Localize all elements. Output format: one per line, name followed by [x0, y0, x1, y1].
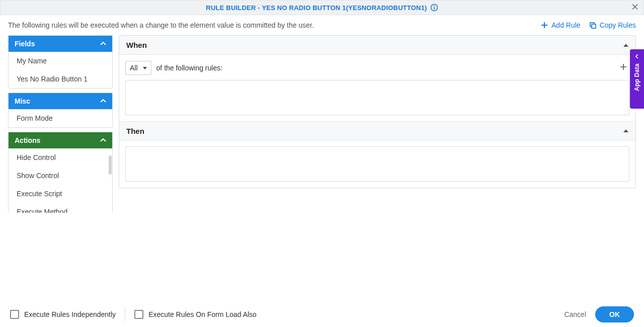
- chevron-up-icon: [100, 138, 106, 142]
- action-item-show[interactable]: Show Control: [9, 167, 112, 185]
- plus-icon: [540, 21, 548, 29]
- misc-header-label: Misc: [15, 97, 30, 105]
- when-header: When: [119, 36, 635, 55]
- svg-rect-2: [434, 7, 435, 10]
- action-item-script[interactable]: Execute Script: [9, 185, 112, 203]
- checkbox-icon: [10, 310, 19, 319]
- chevron-up-icon: [100, 99, 106, 103]
- then-body: [119, 140, 635, 188]
- cancel-button[interactable]: Cancel: [564, 310, 586, 318]
- then-header: Then: [119, 121, 635, 140]
- main-area: When All of the following rules: Then: [119, 35, 636, 188]
- add-rule-button[interactable]: Add Rule: [540, 21, 581, 29]
- ok-button[interactable]: OK: [595, 306, 634, 322]
- when-match-row: All of the following rules:: [125, 61, 629, 75]
- fields-header[interactable]: Fields: [9, 36, 112, 52]
- app-data-label: App Data: [633, 63, 640, 91]
- misc-body: Form Mode: [9, 109, 112, 127]
- add-rule-label: Add Rule: [551, 21, 581, 29]
- match-select-value: All: [130, 64, 138, 72]
- field-item-myname[interactable]: My Name: [9, 52, 112, 70]
- chk2-label: Execute Rules On Form Load Also: [148, 310, 257, 318]
- misc-panel: Misc Form Mode: [8, 93, 113, 128]
- fields-header-label: Fields: [15, 40, 35, 48]
- titlebar: RULE BUILDER - YES NO RADIO BUTTON 1(YES…: [0, 0, 644, 15]
- copy-icon: [589, 21, 597, 29]
- then-actions-box[interactable]: [125, 146, 629, 182]
- actions-header-label: Actions: [15, 136, 40, 144]
- field-item-yesno[interactable]: Yes No Radio Button 1: [9, 70, 112, 88]
- actions-panel: Actions Hide Control Show Control Execut…: [8, 132, 113, 213]
- chevron-down-icon: [143, 67, 147, 69]
- app-data-tab[interactable]: App Data: [630, 49, 644, 109]
- titlebar-title: RULE BUILDER - YES NO RADIO BUTTON 1(YES…: [206, 4, 427, 12]
- footer-actions: Cancel OK: [564, 306, 634, 322]
- plus-icon: [619, 63, 627, 71]
- actions-header[interactable]: Actions: [9, 132, 112, 148]
- scrollbar-thumb[interactable]: [109, 155, 112, 175]
- match-suffix-label: of the following rules:: [156, 64, 223, 72]
- sidebar: Fields My Name Yes No Radio Button 1 Mis…: [8, 35, 113, 217]
- titlebar-title-wrap: RULE BUILDER - YES NO RADIO BUTTON 1(YES…: [206, 4, 438, 12]
- collapse-icon[interactable]: [623, 129, 628, 132]
- chevron-up-icon: [100, 42, 106, 46]
- fields-body: My Name Yes No Radio Button 1: [9, 52, 112, 88]
- divider: [125, 307, 125, 321]
- misc-item-formmode[interactable]: Form Mode: [9, 109, 112, 127]
- toolbar-actions: Add Rule Copy Rules: [540, 21, 636, 29]
- then-title: Then: [126, 127, 144, 135]
- action-item-hide[interactable]: Hide Control: [9, 148, 112, 167]
- when-conditions-box[interactable]: [125, 80, 629, 115]
- checkbox-icon: [134, 310, 143, 319]
- execute-independently-checkbox[interactable]: Execute Rules Independently: [10, 310, 116, 319]
- svg-rect-4: [592, 24, 596, 28]
- toolbar: The following rules will be executed whe…: [0, 15, 644, 35]
- close-icon[interactable]: [631, 4, 638, 12]
- action-item-method[interactable]: Execute Method: [9, 203, 112, 213]
- fields-panel: Fields My Name Yes No Radio Button 1: [8, 35, 113, 89]
- match-select[interactable]: All: [125, 61, 151, 75]
- chevron-left-icon: [634, 53, 639, 60]
- toolbar-description: The following rules will be executed whe…: [8, 21, 314, 29]
- collapse-icon[interactable]: [623, 44, 628, 47]
- execute-on-load-checkbox[interactable]: Execute Rules On Form Load Also: [134, 310, 257, 319]
- actions-body[interactable]: Hide Control Show Control Execute Script…: [9, 148, 112, 213]
- misc-header[interactable]: Misc: [9, 93, 112, 109]
- info-icon[interactable]: [430, 4, 438, 12]
- footer: Execute Rules Independently Execute Rule…: [0, 302, 644, 327]
- when-title: When: [126, 41, 147, 49]
- svg-point-1: [434, 6, 435, 7]
- add-condition-button[interactable]: [619, 63, 629, 73]
- chk1-label: Execute Rules Independently: [24, 310, 116, 318]
- copy-rules-button[interactable]: Copy Rules: [589, 21, 636, 29]
- copy-rules-label: Copy Rules: [600, 21, 636, 29]
- when-body: All of the following rules:: [119, 55, 635, 121]
